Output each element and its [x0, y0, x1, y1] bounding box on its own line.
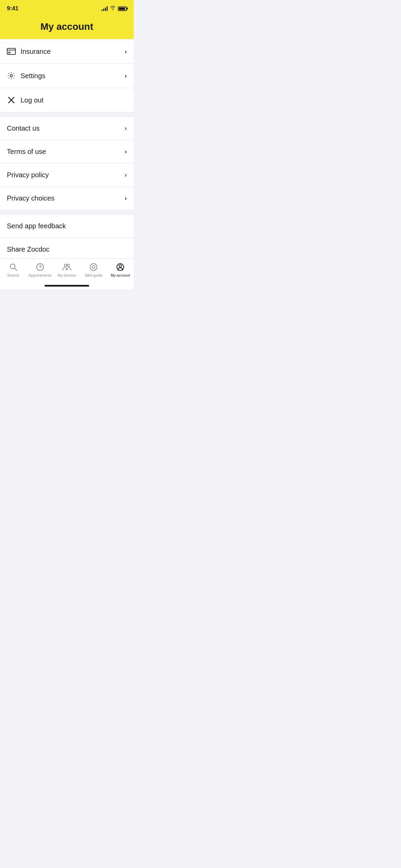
my-account-tab-label: My account: [111, 273, 130, 277]
svg-point-15: [92, 266, 95, 268]
gear-icon: [7, 71, 16, 80]
search-tab-label: Search: [8, 273, 20, 277]
menu-item-settings[interactable]: Settings ›: [0, 64, 134, 88]
tab-my-doctors[interactable]: My doctors: [53, 262, 80, 277]
status-icons: [101, 5, 127, 12]
settings-label: Settings: [21, 72, 45, 80]
appointments-tab-label: Appointments: [28, 273, 51, 277]
insurance-chevron: ›: [125, 48, 127, 55]
svg-line-8: [15, 268, 17, 271]
privacy-policy-label: Privacy policy: [7, 171, 49, 179]
menu-item-share[interactable]: Share Zocdoc: [0, 238, 134, 261]
my-doctors-tab-label: My doctors: [58, 273, 76, 277]
appointments-tab-icon: [35, 262, 45, 272]
page-header: My account: [0, 17, 134, 39]
logout-label: Log out: [21, 96, 44, 104]
svg-point-11: [67, 264, 70, 267]
svg-point-10: [64, 264, 67, 267]
terms-label: Terms of use: [7, 148, 46, 156]
well-guide-tab-icon: [89, 262, 98, 272]
page-title: My account: [40, 21, 93, 32]
tab-well-guide[interactable]: Well guide: [80, 262, 107, 277]
my-doctors-tab-icon: [62, 262, 72, 272]
well-guide-tab-label: Well guide: [85, 273, 102, 277]
menu-section-3: Send app feedback Share Zocdoc: [0, 214, 134, 261]
section-divider-1: [0, 112, 134, 117]
status-time: 9:41: [7, 5, 19, 12]
settings-chevron: ›: [125, 72, 127, 80]
contact-chevron: ›: [125, 125, 127, 132]
x-icon: [7, 96, 16, 105]
menu-section-1: Insurance › Settings › Log out: [0, 39, 134, 112]
svg-rect-0: [7, 48, 15, 55]
menu-item-privacy-policy[interactable]: Privacy policy ›: [0, 164, 134, 187]
svg-point-17: [119, 265, 122, 267]
tab-appointments[interactable]: Appointments: [27, 262, 53, 277]
tab-bar: Search Appointments My doctors: [0, 258, 134, 289]
menu-item-contact[interactable]: Contact us ›: [0, 117, 134, 140]
battery-icon: [118, 7, 127, 11]
menu-item-feedback[interactable]: Send app feedback: [0, 215, 134, 238]
menu-item-terms[interactable]: Terms of use ›: [0, 140, 134, 164]
signal-icon: [101, 6, 108, 11]
menu-item-insurance[interactable]: Insurance ›: [0, 39, 134, 64]
feedback-label: Send app feedback: [7, 222, 66, 230]
tab-search[interactable]: Search: [0, 262, 27, 277]
privacy-choices-chevron: ›: [125, 195, 127, 202]
insurance-label: Insurance: [21, 48, 51, 56]
insurance-icon: [7, 47, 16, 56]
home-indicator: [45, 285, 89, 287]
svg-point-14: [90, 264, 97, 270]
privacy-choices-label: Privacy choices: [7, 194, 54, 202]
search-tab-icon: [9, 262, 18, 272]
wifi-icon: [110, 5, 116, 12]
privacy-policy-chevron: ›: [125, 171, 127, 179]
menu-item-logout[interactable]: Log out: [0, 88, 134, 112]
terms-chevron: ›: [125, 148, 127, 155]
section-divider-2: [0, 210, 134, 214]
svg-point-4: [10, 75, 13, 77]
tab-my-account[interactable]: My account: [107, 262, 134, 277]
share-label: Share Zocdoc: [7, 245, 50, 253]
menu-item-privacy-choices[interactable]: Privacy choices ›: [0, 187, 134, 210]
menu-section-2: Contact us › Terms of use › Privacy poli…: [0, 117, 134, 210]
contact-label: Contact us: [7, 124, 40, 132]
my-account-tab-icon: [116, 262, 125, 272]
status-bar: 9:41: [0, 0, 134, 17]
